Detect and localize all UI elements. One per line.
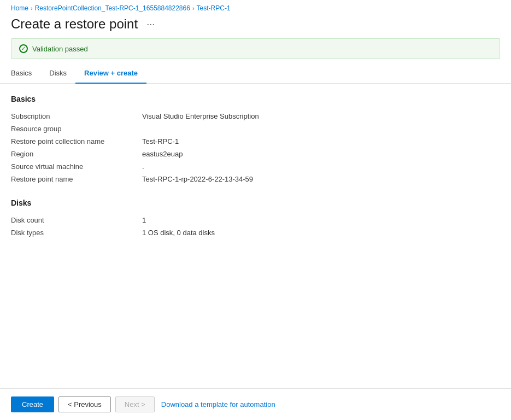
table-row: Subscription Visual Studio Enterprise Su…: [11, 110, 500, 122]
basics-table: Subscription Visual Studio Enterprise Su…: [11, 110, 500, 185]
field-value: 1: [142, 214, 500, 226]
previous-button[interactable]: < Previous: [58, 396, 111, 412]
table-row: Restore point name Test-RPC-1-rp-2022-6-…: [11, 173, 500, 185]
page-menu-icon[interactable]: ···: [143, 18, 158, 31]
next-button: Next >: [115, 396, 155, 412]
page-title: Create a restore point: [11, 16, 138, 32]
main-content: Basics Subscription Visual Studio Enterp…: [0, 84, 511, 388]
field-label: Disk types: [11, 226, 142, 239]
field-value: Test-RPC-1: [142, 135, 500, 148]
field-value: [142, 122, 500, 135]
table-row: Restore point collection name Test-RPC-1: [11, 135, 500, 148]
field-label: Disk count: [11, 214, 142, 226]
field-value: Test-RPC-1-rp-2022-6-22-13-34-59: [142, 173, 500, 185]
breadcrumb-home[interactable]: Home: [11, 4, 28, 12]
tab-review-create[interactable]: Review + create: [75, 63, 146, 84]
basics-section-title: Basics: [11, 95, 500, 103]
field-label: Restore point collection name: [11, 135, 142, 148]
field-label: Subscription: [11, 110, 142, 122]
table-row: Region eastus2euap: [11, 148, 500, 160]
breadcrumb-test-rpc[interactable]: Test-RPC-1: [197, 4, 231, 12]
breadcrumb-sep-1: ›: [31, 5, 33, 11]
breadcrumb-sep-2: ›: [192, 5, 195, 11]
validation-icon: ✓: [19, 44, 28, 53]
breadcrumb-rpc-collection[interactable]: RestorePointCollection_Test-RPC-1_165588…: [35, 4, 190, 12]
field-label: Region: [11, 148, 142, 160]
disks-table: Disk count 1 Disk types 1 OS disk, 0 dat…: [11, 214, 500, 239]
field-value: 1 OS disk, 0 data disks: [142, 226, 500, 239]
automation-template-link[interactable]: Download a template for automation: [161, 400, 275, 409]
table-row: Resource group: [11, 122, 500, 135]
checkmark-icon: ✓: [21, 46, 26, 51]
create-button[interactable]: Create: [11, 396, 54, 412]
field-label: Source virtual machine: [11, 160, 142, 173]
field-value: .: [142, 160, 500, 173]
field-value: eastus2euap: [142, 148, 500, 160]
tab-disks[interactable]: Disks: [40, 63, 75, 84]
footer: Create < Previous Next > Download a temp…: [0, 388, 511, 420]
validation-message: Validation passed: [32, 45, 88, 53]
field-value: Visual Studio Enterprise Subscription: [142, 110, 500, 122]
field-label: Resource group: [11, 122, 142, 135]
disks-section-title: Disks: [11, 199, 500, 207]
tabs-bar: Basics Disks Review + create: [0, 63, 511, 84]
tab-basics[interactable]: Basics: [11, 63, 40, 84]
table-row: Disk count 1: [11, 214, 500, 226]
page-header: Create a restore point ···: [0, 14, 511, 38]
field-label: Restore point name: [11, 173, 142, 185]
breadcrumb: Home › RestorePointCollection_Test-RPC-1…: [0, 0, 511, 14]
table-row: Source virtual machine .: [11, 160, 500, 173]
table-row: Disk types 1 OS disk, 0 data disks: [11, 226, 500, 239]
validation-banner: ✓ Validation passed: [11, 38, 500, 59]
